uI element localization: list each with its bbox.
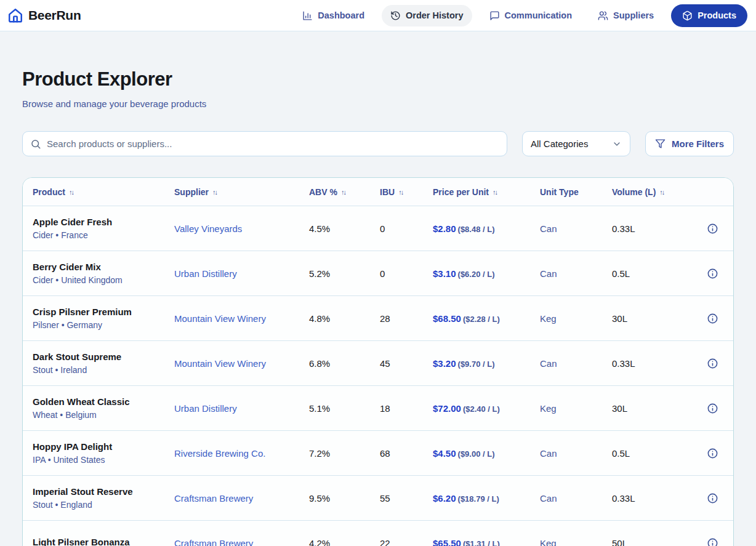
info-button[interactable] <box>706 401 720 416</box>
product-category-country: Pilsner • Germany <box>33 320 174 330</box>
unit-type-value: Can <box>540 268 612 279</box>
product-name: Golden Wheat Classic <box>33 396 174 407</box>
supplier-link[interactable]: Mountain View Winery <box>174 313 266 324</box>
supplier-link[interactable]: Urban Distillery <box>174 403 237 414</box>
product-name: Berry Cider Mix <box>33 262 174 272</box>
price-per-liter: ($18.79 / L) <box>458 494 499 504</box>
column-header-ibu[interactable]: IBU↑↓ <box>380 187 433 197</box>
abv-value: 5.2% <box>309 268 380 279</box>
price-value: $72.00 <box>433 403 461 414</box>
price-per-liter: ($1.31 / L) <box>463 539 500 546</box>
info-button[interactable] <box>706 491 720 505</box>
info-cell <box>690 267 723 281</box>
info-button[interactable] <box>706 356 720 371</box>
ibu-value: 55 <box>380 493 433 504</box>
volume-value: 30L <box>612 403 690 414</box>
page-title: Product Explorer <box>22 68 734 90</box>
chat-bubble-icon <box>489 10 500 21</box>
product-cell: Berry Cider Mix Cider • United Kingdom <box>33 262 174 285</box>
info-cell <box>690 446 723 460</box>
brand-name: BeerRun <box>28 8 81 23</box>
price-value: $2.80 <box>433 223 456 234</box>
price-value: $68.50 <box>433 313 461 324</box>
column-header-volume-l[interactable]: Volume (L)↑↓ <box>612 187 690 197</box>
filter-funnel-icon <box>655 139 666 149</box>
abv-value: 9.5% <box>309 493 380 504</box>
price-cell: $6.20($18.79 / L) <box>433 493 540 504</box>
unit-type-value: Keg <box>540 313 612 324</box>
product-name: Hoppy IPA Delight <box>33 441 174 452</box>
supplier-link[interactable]: Craftsman Brewery <box>174 538 253 546</box>
info-button[interactable] <box>706 267 720 281</box>
search-input[interactable] <box>47 139 499 149</box>
unit-type-value: Keg <box>540 538 612 546</box>
info-button[interactable] <box>706 536 720 546</box>
nav-communication[interactable]: Communication <box>481 5 581 26</box>
table-row[interactable]: Apple Cider Fresh Cider • France Valley … <box>23 206 733 251</box>
table-body: Apple Cider Fresh Cider • France Valley … <box>23 206 733 546</box>
nav-suppliers[interactable]: Suppliers <box>589 5 662 26</box>
supplier-cell: Urban Distillery <box>174 268 309 279</box>
column-header-product[interactable]: Product↑↓ <box>33 187 174 197</box>
table-row[interactable]: Berry Cider Mix Cider • United Kingdom U… <box>23 251 733 296</box>
ibu-value: 45 <box>380 358 433 369</box>
volume-value: 0.5L <box>612 268 690 279</box>
supplier-cell: Riverside Brewing Co. <box>174 448 309 459</box>
info-cell <box>690 536 723 546</box>
product-category-country: Wheat • Belgium <box>33 410 174 420</box>
price-per-liter: ($8.48 / L) <box>458 225 495 234</box>
price-per-liter: ($2.40 / L) <box>463 404 500 414</box>
ibu-value: 28 <box>380 313 433 324</box>
supplier-cell: Mountain View Winery <box>174 358 309 369</box>
supplier-link[interactable]: Urban Distillery <box>174 268 237 279</box>
page-subtitle: Browse and manage your beverage products <box>22 98 734 109</box>
price-value: $3.10 <box>433 268 456 279</box>
product-name: Apple Cider Fresh <box>33 217 174 227</box>
abv-value: 4.2% <box>309 538 380 546</box>
info-button[interactable] <box>706 311 720 326</box>
product-category-country: Stout • England <box>33 500 174 510</box>
category-select[interactable]: All Categories <box>522 131 630 156</box>
table-row[interactable]: Imperial Stout Reserve Stout • England C… <box>23 476 733 521</box>
column-header-price-per-unit[interactable]: Price per Unit↑↓ <box>433 187 540 197</box>
sort-icon: ↑↓ <box>341 188 347 196</box>
supplier-link[interactable]: Valley Vineyards <box>174 223 242 234</box>
top-navigation-bar: BeerRun Dashboard Order History Communic… <box>0 0 756 31</box>
main-content: Product Explorer Browse and manage your … <box>0 31 756 546</box>
info-cell <box>690 491 723 505</box>
product-cell: Imperial Stout Reserve Stout • England <box>33 486 174 510</box>
info-button[interactable] <box>706 222 720 236</box>
info-button[interactable] <box>706 446 720 460</box>
nav-products[interactable]: Products <box>671 4 747 27</box>
nav-dashboard[interactable]: Dashboard <box>294 5 373 26</box>
volume-value: 0.33L <box>612 223 690 234</box>
product-name: Light Pilsner Bonanza <box>33 537 174 546</box>
brand[interactable]: BeerRun <box>5 7 81 23</box>
ibu-value: 22 <box>380 538 433 546</box>
column-header-abv[interactable]: ABV %↑↓ <box>309 187 380 197</box>
supplier-link[interactable]: Mountain View Winery <box>174 358 266 369</box>
table-row[interactable]: Light Pilsner Bonanza Craftsman Brewery … <box>23 521 733 546</box>
table-row[interactable]: Hoppy IPA Delight IPA • United States Ri… <box>23 431 733 476</box>
product-cell: Light Pilsner Bonanza <box>33 537 174 546</box>
users-icon <box>598 10 608 21</box>
unit-type-value: Can <box>540 223 612 234</box>
product-category-country: Cider • France <box>33 230 174 240</box>
nav-order-history[interactable]: Order History <box>382 5 472 26</box>
bar-chart-icon <box>302 10 313 21</box>
sort-icon: ↑↓ <box>69 188 74 196</box>
abv-value: 4.8% <box>309 313 380 324</box>
category-selected-value: All Categories <box>531 139 588 149</box>
supplier-link[interactable]: Craftsman Brewery <box>174 493 253 504</box>
price-value: $65.50 <box>433 538 461 546</box>
home-logo-icon <box>7 7 23 23</box>
column-header-supplier[interactable]: Supplier↑↓ <box>174 187 309 197</box>
table-row[interactable]: Dark Stout Supreme Stout • Ireland Mount… <box>23 341 733 386</box>
ibu-value: 18 <box>380 403 433 414</box>
supplier-link[interactable]: Riverside Brewing Co. <box>174 448 265 459</box>
table-row[interactable]: Golden Wheat Classic Wheat • Belgium Urb… <box>23 386 733 431</box>
unit-type-value: Can <box>540 493 612 504</box>
product-category-country: IPA • United States <box>33 455 174 465</box>
more-filters-button[interactable]: More Filters <box>645 131 734 156</box>
table-row[interactable]: Crisp Pilsner Premium Pilsner • Germany … <box>23 296 733 341</box>
